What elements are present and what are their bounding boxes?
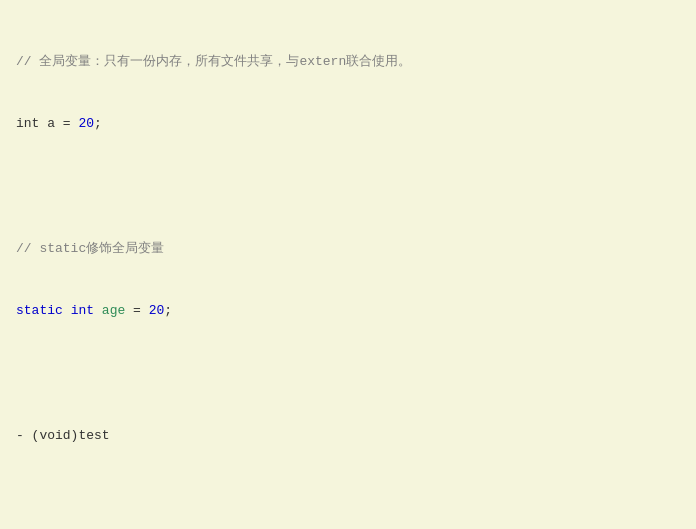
code-line-3 — [16, 176, 680, 197]
comment: // 全局变量：只有一份内存，所有文件共享，与extern联合使用。 — [16, 54, 411, 69]
comment: // static修饰全局变量 — [16, 241, 164, 256]
code-line-5: static int age = 20; — [16, 301, 680, 322]
code-line-7: - (void)test — [16, 426, 680, 447]
code-number: 20 — [78, 116, 94, 131]
code-editor: // 全局变量：只有一份内存，所有文件共享，与extern联合使用。 int a… — [16, 10, 680, 529]
code-number: 20 — [149, 303, 165, 318]
code-line-2: int a = 20; — [16, 114, 680, 135]
keyword: static — [16, 303, 63, 318]
type-keyword: int — [71, 303, 94, 318]
code-text — [94, 303, 102, 318]
code-text — [63, 303, 71, 318]
code-line-4: // static修饰全局变量 — [16, 239, 680, 260]
code-line-6 — [16, 364, 680, 385]
variable: age — [102, 303, 125, 318]
code-text: ; — [164, 303, 172, 318]
code-text: = — [125, 303, 148, 318]
code-line-1: // 全局变量：只有一份内存，所有文件共享，与extern联合使用。 — [16, 52, 680, 73]
code-line-8 — [16, 488, 680, 509]
code-text: ; — [94, 116, 102, 131]
code-text: int a = — [16, 116, 78, 131]
code-text: - (void)test — [16, 428, 110, 443]
